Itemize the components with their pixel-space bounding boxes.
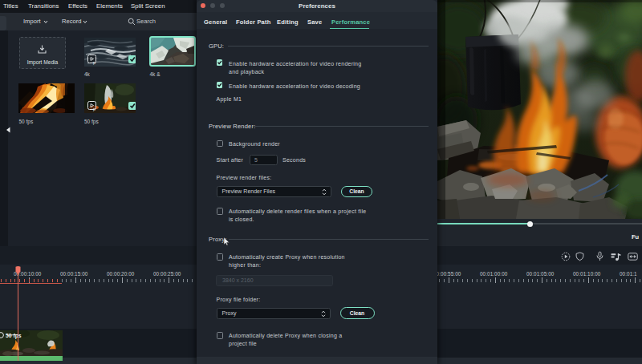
svg-text:50 fps: 50 fps [6,333,22,339]
svg-text:p: p [93,60,95,65]
svg-text:p: p [93,107,95,111]
